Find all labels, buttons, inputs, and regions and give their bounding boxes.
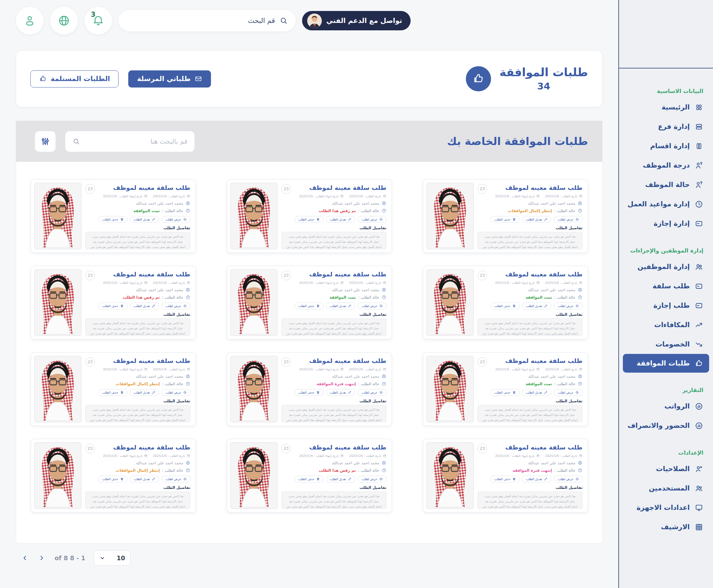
list-search-input[interactable]: [84, 138, 187, 145]
edit-request-button[interactable]: تعديل الطلب: [326, 216, 355, 223]
calendar-icon: [340, 281, 344, 285]
next-page-button[interactable]: [35, 551, 49, 565]
view-request-button[interactable]: عرض لطلب: [162, 302, 190, 309]
delete-request-button[interactable]: حذف الطلب: [491, 216, 520, 223]
delete-request-button[interactable]: حذف الطلب: [294, 389, 323, 396]
page-size-select[interactable]: 10: [94, 550, 130, 566]
edit-request-button[interactable]: تعديل الطلب: [130, 476, 159, 482]
employee-name: محمد احمد علي احمد عبدالله: [136, 374, 183, 379]
view-request-button[interactable]: عرض لطلب: [358, 302, 386, 309]
view-request-button[interactable]: عرض لطلب: [162, 476, 190, 482]
sidebar-item-departments-management[interactable]: إدارة اقسام: [619, 136, 713, 156]
delete-request-button[interactable]: حذف الطلب: [294, 476, 323, 482]
sidebar-item-users[interactable]: المستخدمين: [619, 479, 713, 498]
edit-request-button[interactable]: تعديل الطلب: [326, 476, 355, 482]
users-icon: [695, 484, 703, 493]
request-date: تاريخ الطلب : 2025/1/6: [349, 368, 381, 371]
sidebar-item-home[interactable]: الرئيسية: [619, 98, 713, 117]
request-card: طلب سلفة معينه لموظف 23 تاريخ الطلب : 20…: [423, 179, 588, 253]
delete-request-button[interactable]: حذف الطلب: [491, 302, 520, 309]
delete-request-button[interactable]: حذف الطلب: [99, 476, 127, 482]
delete-request-button[interactable]: حذف الطلب: [491, 476, 520, 482]
profile-button[interactable]: [16, 7, 44, 35]
edit-request-button[interactable]: تعديل الطلب: [130, 216, 159, 223]
view-request-button[interactable]: عرض لطلب: [554, 476, 583, 482]
card-dates: تاريخ الطلب : 2025/1/6 تاريخ إنتهاء الطل…: [281, 281, 386, 285]
calendar-icon: [340, 368, 344, 371]
edit-icon: [348, 477, 351, 481]
sidebar-item-advance-request[interactable]: طلب سلفة: [619, 276, 713, 296]
sent-requests-button[interactable]: طلباتي المرسلة: [128, 70, 211, 87]
delete-request-button[interactable]: حذف الطلب: [491, 389, 520, 396]
global-search-input[interactable]: [126, 17, 275, 24]
filter-button[interactable]: [35, 131, 56, 152]
delete-request-button[interactable]: حذف الطلب: [99, 302, 127, 309]
status-value: تم رفض هذا الطلب: [319, 468, 356, 473]
sent-requests-label: طلباتي المرسلة: [137, 75, 190, 83]
sidebar-item-label: إدارة الموظفين: [637, 263, 690, 271]
card-title: طلب سلفة معينه لموظف: [309, 444, 386, 451]
calendar-icon: [579, 454, 583, 458]
delete-request-button[interactable]: حذف الطلب: [99, 389, 127, 396]
details-label: تفاصيل الطلب: [85, 399, 190, 403]
sidebar-item-approval-requests[interactable]: طلبات الموافقة: [623, 354, 709, 373]
sidebar-item-employee-grade[interactable]: درجة الموظف: [619, 156, 713, 175]
request-end-date: تاريخ إنتهاء الطلب : 2025/1/6: [495, 368, 535, 371]
edit-request-button[interactable]: تعديل الطلب: [523, 389, 551, 396]
sidebar-item-leave-request[interactable]: طلب إجازة: [619, 296, 713, 315]
view-request-button[interactable]: عرض لطلب: [554, 216, 583, 223]
sidebar-item-employees-management[interactable]: إدارة الموظفين: [619, 257, 713, 276]
sidebar-item-leave-management[interactable]: إدارة إجازة: [619, 214, 713, 233]
edit-icon: [152, 304, 156, 308]
request-number-badge: 23: [281, 357, 291, 367]
view-request-button[interactable]: عرض لطلب: [358, 216, 386, 223]
details-label: تفاصيل الطلب: [281, 312, 386, 317]
edit-request-button[interactable]: تعديل الطلب: [130, 389, 159, 396]
thumbs-up-icon: [472, 72, 485, 85]
delete-request-button[interactable]: حذف الطلب: [99, 216, 127, 223]
edit-request-button[interactable]: تعديل الطلب: [523, 302, 551, 309]
sidebar-item-permissions[interactable]: الصلاحيات: [619, 459, 713, 479]
view-request-button[interactable]: عرض لطلب: [554, 389, 583, 396]
edit-request-button[interactable]: تعديل الطلب: [130, 302, 159, 309]
view-request-button[interactable]: عرض لطلب: [358, 389, 386, 396]
sidebar-item-deductions[interactable]: الخصومات: [619, 335, 713, 354]
topbar: 3 تواصل مع الدعم الفني: [16, 6, 603, 35]
request-number-badge: 23: [281, 184, 291, 194]
sidebar-item-salaries[interactable]: الرواتب: [619, 397, 713, 416]
trash-icon: [512, 218, 516, 221]
view-request-button[interactable]: عرض لطلب: [554, 302, 583, 309]
approvals-icon-circle: [466, 66, 491, 91]
calendar-icon: [536, 454, 540, 458]
sidebar-item-rewards[interactable]: المكافاءات: [619, 315, 713, 335]
sidebar-item-attendance[interactable]: الحضور والانصراف: [619, 416, 713, 435]
request-number-badge: 23: [477, 444, 487, 453]
sidebar-item-employee-status[interactable]: حالة الموظف: [619, 175, 713, 194]
delete-request-button[interactable]: حذف الطلب: [294, 302, 323, 309]
view-request-button[interactable]: عرض لطلب: [162, 389, 190, 396]
sidebar-item-label: الحضور والانصراف: [627, 422, 690, 429]
received-requests-button[interactable]: الطلبات المستلمة: [30, 70, 119, 87]
edit-request-button[interactable]: تعديل الطلب: [523, 476, 551, 482]
request-card: طلب سلفة معينه لموظف 23 تاريخ الطلب : 20…: [31, 439, 196, 512]
edit-request-button[interactable]: تعديل الطلب: [326, 302, 355, 309]
edit-icon: [544, 304, 548, 308]
notifications-button[interactable]: 3: [84, 7, 112, 35]
delete-request-button[interactable]: حذف الطلب: [294, 216, 323, 223]
view-request-button[interactable]: عرض لطلب: [162, 216, 190, 223]
calendar-icon: [536, 368, 540, 371]
edit-request-button[interactable]: تعديل الطلب: [523, 216, 551, 223]
sidebar-item-branch-management[interactable]: إدارة فرع: [619, 117, 713, 136]
sidebar-item-archive[interactable]: الارشيف: [619, 517, 713, 537]
calendar-icon: [187, 281, 190, 285]
language-button[interactable]: [50, 7, 78, 35]
users-icon: [695, 262, 703, 271]
support-button[interactable]: تواصل مع الدعم الفني: [302, 11, 411, 30]
previous-page-button[interactable]: [18, 551, 32, 565]
sidebar-item-device-settings[interactable]: اعدادات الاجهزة: [619, 498, 713, 517]
view-request-button[interactable]: عرض لطلب: [358, 476, 386, 482]
sidebar-section-label: البيانات الاساسية: [629, 88, 703, 94]
sidebar-item-work-schedule-management[interactable]: إدارة مواعيد العمل: [619, 194, 713, 214]
edit-request-button[interactable]: تعديل الطلب: [326, 389, 355, 396]
request-date: تاريخ الطلب : 2025/1/6: [545, 281, 577, 285]
